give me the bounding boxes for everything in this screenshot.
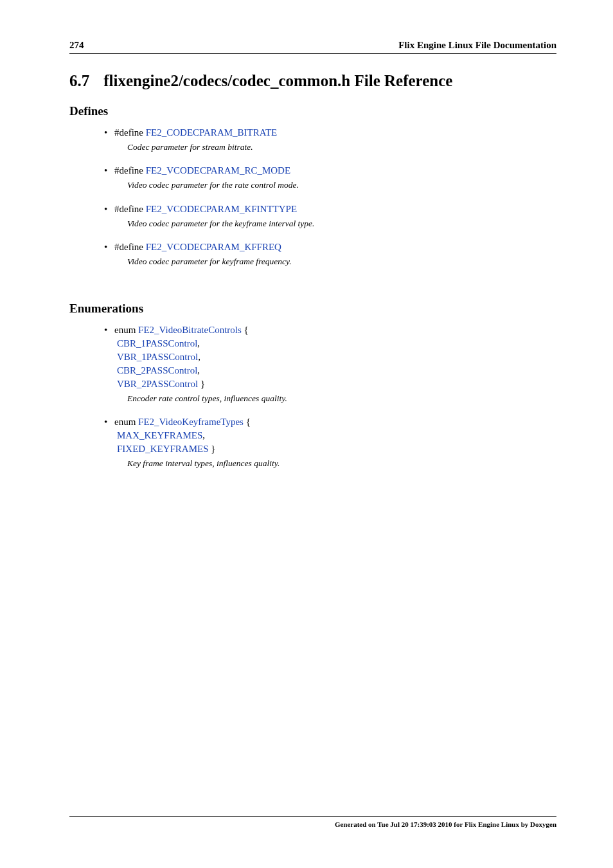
define-desc: Video codec parameter for the rate contr… (127, 179, 550, 192)
define-item: #define FE2_VCODECPARAM_RC_MODE Video co… (104, 165, 550, 192)
enum-member-link[interactable]: FIXED_KEYFRAMES (117, 444, 209, 454)
enum-member-link[interactable]: CBR_1PASSControl (117, 338, 197, 348)
close-brace: } (200, 379, 205, 389)
enumerations-list: enum FE2_VideoBitrateControls { CBR_1PAS… (69, 325, 556, 471)
enum-item: enum FE2_VideoKeyframeTypes { MAX_KEYFRA… (104, 417, 550, 470)
section-title: flixengine2/codecs/codec_common.h File R… (103, 72, 452, 90)
define-link[interactable]: FE2_CODECPARAM_BITRATE (146, 127, 277, 138)
enum-link[interactable]: FE2_VideoBitrateControls (138, 325, 242, 335)
enum-desc: Encoder rate control types, influences q… (127, 392, 550, 405)
define-item: #define FE2_CODECPARAM_BITRATE Codec par… (104, 127, 550, 154)
define-desc: Video codec parameter for the keyframe i… (127, 217, 550, 230)
define-keyword: #define (114, 127, 143, 138)
page: 274 Flix Engine Linux File Documentation… (0, 0, 613, 868)
open-brace: { (246, 417, 251, 427)
enum-member-link[interactable]: CBR_2PASSControl (117, 365, 197, 375)
define-desc: Codec parameter for stream bitrate. (127, 141, 550, 154)
page-number: 274 (69, 40, 84, 51)
enum-member-link[interactable]: MAX_KEYFRAMES (117, 430, 202, 440)
enumerations-heading: Enumerations (69, 302, 556, 316)
enum-member-link[interactable]: VBR_2PASSControl (117, 379, 198, 389)
enum-member-link[interactable]: VBR_1PASSControl (117, 352, 198, 362)
footer-text: Generated on Tue Jul 20 17:39:03 2010 fo… (335, 820, 556, 828)
defines-list: #define FE2_CODECPARAM_BITRATE Codec par… (69, 127, 556, 268)
footer: Generated on Tue Jul 20 17:39:03 2010 fo… (69, 816, 556, 828)
define-desc: Video codec parameter for keyframe frequ… (127, 255, 550, 268)
open-brace: { (244, 325, 249, 335)
running-header: 274 Flix Engine Linux File Documentation (69, 40, 556, 54)
separator: , (198, 352, 200, 362)
header-title: Flix Engine Linux File Documentation (398, 40, 556, 51)
define-item: #define FE2_VCODECPARAM_KFFREQ Video cod… (104, 242, 550, 268)
define-item: #define FE2_VCODECPARAM_KFINTTYPE Video … (104, 204, 550, 230)
define-link[interactable]: FE2_VCODECPARAM_KFINTTYPE (146, 204, 297, 214)
close-brace: } (211, 444, 215, 454)
enum-desc: Key frame interval types, influences qua… (127, 457, 550, 470)
separator: , (202, 430, 205, 440)
enum-keyword: enum (114, 417, 136, 427)
define-link[interactable]: FE2_VCODECPARAM_KFFREQ (146, 242, 281, 252)
enum-link[interactable]: FE2_VideoKeyframeTypes (138, 417, 244, 427)
define-keyword: #define (114, 242, 143, 252)
defines-heading: Defines (69, 104, 556, 118)
enum-item: enum FE2_VideoBitrateControls { CBR_1PAS… (104, 325, 550, 405)
separator: , (197, 338, 200, 348)
section-number: 6.7 (69, 72, 89, 90)
separator: , (197, 365, 200, 375)
define-keyword: #define (114, 165, 143, 176)
define-keyword: #define (114, 204, 143, 214)
section-heading: 6.7 flixengine2/codecs/codec_common.h Fi… (69, 72, 556, 90)
enum-keyword: enum (114, 325, 136, 335)
define-link[interactable]: FE2_VCODECPARAM_RC_MODE (146, 165, 290, 176)
